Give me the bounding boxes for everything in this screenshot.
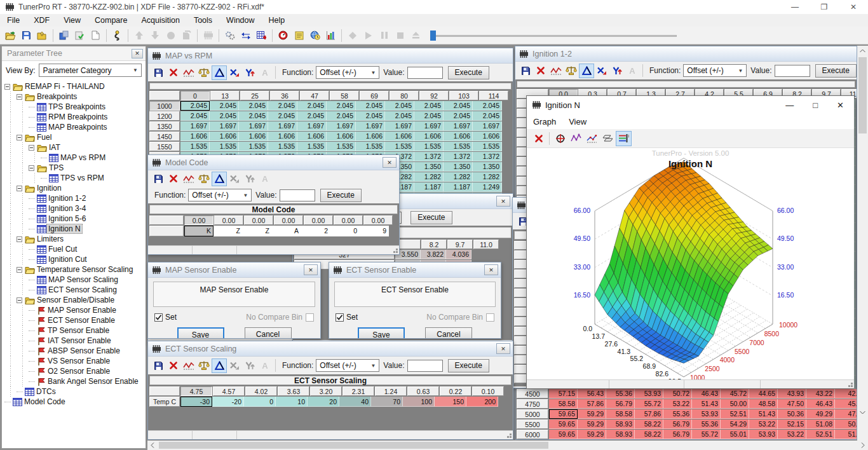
grid-cell[interactable]: 57.86 (635, 409, 663, 419)
tree-expander[interactable] (17, 267, 22, 273)
grid-cell[interactable]: 56.79 (663, 430, 692, 439)
window-close-icon[interactable]: ✕ (304, 264, 318, 275)
function-select[interactable]: Offset (+/-)▼ (188, 189, 252, 201)
row-header[interactable]: 4500 (517, 389, 548, 399)
grid-cell[interactable]: 1.606 (297, 132, 327, 141)
column-header[interactable]: 0.00 (184, 215, 214, 225)
grid-cell[interactable]: 2.045 (327, 101, 356, 111)
no-compare-bin-checkbox[interactable] (486, 313, 494, 322)
grid-cell[interactable]: 1.350 (444, 162, 473, 172)
column-header[interactable]: 0 (180, 91, 210, 100)
acquisition-slider[interactable] (430, 30, 677, 41)
grid-cell[interactable]: 1.606 (385, 132, 414, 141)
swap-y-axis-button[interactable] (242, 172, 257, 186)
save-table-button[interactable] (151, 358, 166, 373)
close-button[interactable]: ✕ (839, 0, 868, 14)
grid-cell[interactable]: 1.697 (327, 121, 356, 131)
tree-item-absp-sensor-enable[interactable]: ABSP Sensor Enable (4, 346, 146, 356)
value-input[interactable] (407, 360, 443, 372)
row-header[interactable] (149, 226, 184, 236)
grid-cell[interactable]: 57.86 (578, 399, 606, 409)
resize-grip[interactable] (845, 380, 854, 388)
grid-cell[interactable]: 10 (276, 397, 308, 407)
grid-cell[interactable]: 52.15 (778, 419, 806, 429)
grid-cell[interactable]: 1.535 (239, 142, 268, 151)
grid-cell[interactable]: 1.606 (414, 132, 444, 141)
record-diamond-button[interactable] (344, 28, 360, 43)
grid-cell[interactable]: 45.72 (721, 389, 749, 399)
tree-item-limiters[interactable]: Limiters (4, 234, 146, 244)
set-checkbox[interactable] (154, 313, 163, 322)
grid-cell[interactable]: 1.282 (444, 172, 473, 182)
tree-item-bank-angel-sensor-enable[interactable]: Bank Angel Sensor Enable (4, 376, 146, 386)
row-header[interactable]: 1550 (149, 142, 180, 151)
grid-cell[interactable]: 1.372 (473, 152, 502, 161)
swap-x-axis-button[interactable] (227, 65, 242, 80)
column-header[interactable]: 0.22 (440, 386, 471, 396)
grid-cell[interactable]: 2.045 (180, 111, 210, 121)
set-checkbox[interactable] (336, 313, 344, 322)
notepad-button[interactable] (291, 28, 307, 43)
grid-cell[interactable]: 2.045 (268, 101, 297, 111)
settings-gears-button[interactable] (222, 28, 238, 43)
window-title-bar[interactable]: MAP vs RPM (148, 48, 513, 64)
swap-x-axis-button[interactable] (227, 358, 242, 373)
tree-item-breakpoints[interactable]: Breakpoints (4, 92, 146, 102)
grid-cell[interactable]: 59.29 (578, 419, 606, 429)
grid-cell[interactable]: 20 (308, 397, 339, 407)
grid-cell[interactable]: 1.535 (414, 142, 444, 151)
minimize-icon[interactable]: — (785, 100, 794, 110)
grid-cell[interactable]: 2.045 (239, 111, 268, 121)
grid-cell[interactable]: 2.045 (356, 111, 385, 121)
resize-grip[interactable] (504, 431, 513, 439)
grid-cell[interactable]: 1.535 (327, 142, 356, 151)
grid-cell[interactable]: 1.606 (239, 132, 268, 141)
grid-cell[interactable]: -30 (180, 397, 212, 407)
grid-cell[interactable]: K (184, 226, 214, 236)
grid-cell[interactable]: 1.187 (414, 182, 444, 192)
column-header[interactable]: 1.24 (375, 386, 407, 396)
folder-up-button[interactable] (34, 28, 50, 43)
window-close-icon[interactable]: ✕ (496, 343, 510, 354)
world-clock-button[interactable] (307, 28, 323, 43)
tree-item-ect-sensor-enable[interactable]: ECT Sensor Enable (4, 315, 146, 325)
grid-cell[interactable]: 1.372 (414, 152, 444, 161)
window-title-bar[interactable]: MAP Sensor Enable ✕ (148, 262, 320, 278)
tree-item-map-sensor-enable[interactable]: MAP Sensor Enable (4, 305, 146, 315)
grid-cell[interactable]: 49.29 (806, 409, 835, 419)
grid-cell[interactable]: 58.58 (606, 409, 635, 419)
row-header[interactable]: 6000 (517, 430, 548, 439)
tree-item-iat-sensor-enable[interactable]: IAT Sensor Enable (4, 336, 146, 346)
grid-cell[interactable]: 51.08 (806, 419, 835, 429)
column-header[interactable]: 58 (330, 91, 359, 100)
grid-cell[interactable]: 1.535 (444, 142, 473, 151)
delete-table-button[interactable] (533, 64, 548, 78)
tree-item-map-vs-rpm[interactable]: MAP vs RPM (4, 153, 146, 163)
grid-cell[interactable]: 1.606 (180, 132, 210, 141)
grid-cell[interactable]: 1.535 (210, 142, 239, 151)
column-header[interactable]: 0.63 (407, 386, 439, 396)
save-button[interactable]: Save (177, 327, 224, 339)
value-input[interactable] (775, 65, 810, 77)
grid-cell[interactable]: 2.045 (210, 101, 239, 111)
column-header[interactable]: 3.63 (278, 386, 309, 396)
layers-view-button[interactable] (600, 131, 616, 146)
grid-cell[interactable]: 1.535 (180, 142, 210, 151)
tree-item-tps[interactable]: TPS (4, 163, 146, 173)
grid-cell[interactable]: 59.65 (549, 409, 578, 419)
move-up-button[interactable] (131, 28, 147, 43)
grid-cell[interactable]: Z (243, 226, 272, 236)
grid-cell[interactable]: 53.22 (778, 430, 806, 439)
function-select[interactable]: Offset (+/-)▼ (316, 66, 379, 79)
function-select[interactable]: Offset (+/-)▼ (316, 359, 379, 372)
column-header[interactable]: 3.20 (310, 386, 342, 396)
trace-compare-button[interactable] (181, 65, 196, 80)
grid-cell[interactable]: 58.58 (549, 399, 578, 409)
copy-item-button[interactable] (179, 28, 194, 43)
grid-cell[interactable]: 4.036 (446, 250, 471, 259)
grid-cell[interactable]: 58.22 (635, 430, 663, 439)
tree-item-dtcs[interactable]: DTCs (4, 386, 146, 397)
grid-cell[interactable]: 2.045 (297, 101, 327, 111)
column-header[interactable]: 9.7 (447, 240, 473, 249)
vertical-scroll-thumb[interactable] (858, 57, 867, 133)
